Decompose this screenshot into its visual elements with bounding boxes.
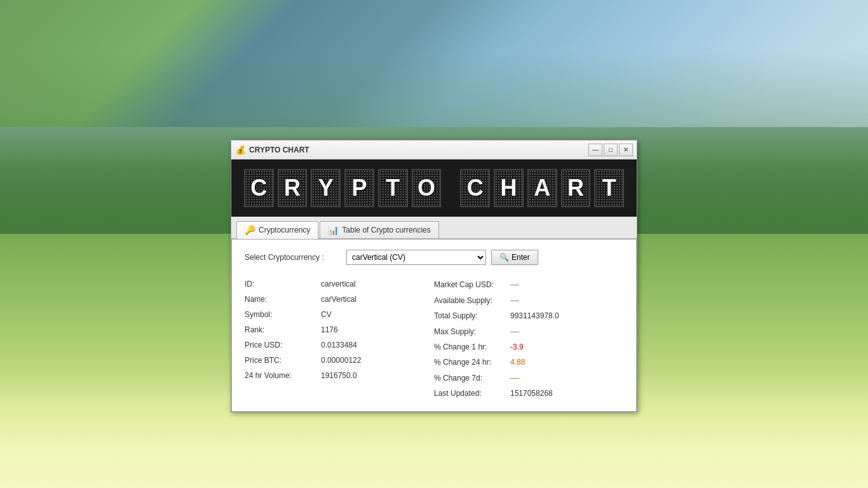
field-market-cap-key: Market Cap USD: [434, 280, 510, 289]
letter-a: A [527, 169, 557, 207]
field-change-24hr: % Change 24 hr: 4.88 [434, 355, 623, 370]
field-symbol-val: CV [321, 310, 332, 319]
field-24hr-volume: 24 hr Volume: 1916750.0 [245, 368, 434, 383]
letter-r2: R [561, 169, 591, 207]
select-wrapper: carVertical (CV) 🔍 Enter [346, 250, 538, 265]
field-change-7d-key: % Change 7d: [434, 374, 510, 383]
enter-icon: 🔍 [499, 253, 509, 262]
field-name: Name: carVertical [245, 292, 434, 307]
field-24hr-volume-val: 1916750.0 [321, 371, 357, 380]
field-available-supply-key: Available Supply: [434, 296, 510, 305]
field-change-1hr-key: % Change 1 hr: [434, 342, 510, 351]
field-change-1hr: % Change 1 hr: -3.9 [434, 339, 623, 355]
minimize-button[interactable]: — [588, 144, 602, 156]
field-price-btc-key: Price BTC: [245, 356, 321, 365]
field-price-usd-val: 0.0133484 [321, 341, 357, 349]
field-available-supply-val: — [510, 295, 519, 304]
letter-t: T [378, 169, 408, 207]
window-title: CRYPTO CHART [249, 146, 588, 154]
letter-o: O [412, 169, 442, 207]
field-id-key: ID: [245, 280, 321, 288]
select-label: Select Cryptocurrency : [245, 253, 346, 262]
letter-r: R [278, 169, 308, 207]
window-controls: — □ ✕ [588, 144, 633, 156]
field-last-updated-key: Last Updated: [434, 389, 510, 398]
letter-c2: C [460, 169, 490, 207]
field-name-val: carVertical [321, 295, 356, 304]
letter-c1: C [244, 169, 274, 207]
field-change-7d: % Change 7d: — [434, 370, 623, 386]
field-rank-val: 1176 [321, 325, 338, 334]
field-max-supply-val: — [510, 327, 519, 336]
tab-cryptocurrency[interactable]: 🔑 Cryptocurrency [236, 221, 318, 239]
field-market-cap: Market Cap USD: — [434, 276, 623, 292]
field-last-updated: Last Updated: 1517058268 [434, 386, 623, 401]
field-change-7d-val: — [510, 373, 519, 382]
left-column: ID: carvertical Name: carVertical Symbol… [245, 276, 434, 401]
tab-cryptocurrency-label: Cryptocurrency [259, 226, 310, 234]
field-symbol: Symbol: CV [245, 307, 434, 322]
letter-y: Y [311, 169, 341, 207]
field-market-cap-val: — [510, 280, 519, 288]
tab-cryptocurrency-icon: 🔑 [245, 225, 255, 235]
letter-h: H [494, 169, 524, 207]
field-price-btc: Price BTC: 0.00000122 [245, 353, 434, 368]
field-rank-key: Rank: [245, 325, 321, 334]
field-24hr-volume-key: 24 hr Volume: [245, 371, 321, 380]
app-icon: 💰 [235, 145, 245, 155]
letter-gap [445, 169, 456, 207]
enter-button[interactable]: 🔍 Enter [491, 250, 538, 265]
field-total-supply: Total Supply: 9931143978.0 [434, 308, 623, 323]
field-total-supply-key: Total Supply: [434, 311, 510, 320]
app-header: C R Y P T O C H A R T [231, 159, 637, 217]
tab-table-label: Table of Crypto currencies [342, 226, 430, 234]
field-price-btc-val: 0.00000122 [321, 356, 361, 365]
field-total-supply-val: 9931143978.0 [510, 311, 559, 320]
field-rank: Rank: 1176 [245, 322, 434, 337]
field-change-24hr-val: 4.88 [510, 358, 525, 367]
close-button[interactable]: ✕ [619, 144, 633, 156]
select-row: Select Cryptocurrency : carVertical (CV)… [245, 250, 623, 265]
field-price-usd: Price USD: 0.0133484 [245, 337, 434, 353]
field-last-updated-val: 1517058268 [510, 389, 553, 398]
title-bar: 💰 CRYPTO CHART — □ ✕ [231, 140, 637, 159]
tab-table[interactable]: 📊 Table of Crypto currencies [320, 221, 438, 238]
field-name-key: Name: [245, 295, 321, 304]
letter-t2: T [594, 169, 624, 207]
field-id-val: carvertical [321, 280, 356, 288]
content-area: Select Cryptocurrency : carVertical (CV)… [231, 239, 637, 412]
field-max-supply-key: Max Supply: [434, 327, 510, 336]
field-symbol-key: Symbol: [245, 310, 321, 319]
field-change-24hr-key: % Change 24 hr: [434, 358, 510, 367]
cryptocurrency-select[interactable]: carVertical (CV) [346, 250, 486, 265]
right-column: Market Cap USD: — Available Supply: — To… [434, 276, 623, 401]
tab-table-icon: 📊 [328, 225, 339, 235]
field-change-1hr-val: -3.9 [510, 342, 524, 351]
field-price-usd-key: Price USD: [245, 341, 321, 349]
tabs-bar: 🔑 Cryptocurrency 📊 Table of Crypto curre… [231, 217, 637, 239]
field-available-supply: Available Supply: — [434, 292, 623, 308]
maximize-button[interactable]: □ [604, 144, 618, 156]
enter-label: Enter [512, 253, 530, 262]
field-id: ID: carvertical [245, 276, 434, 292]
field-max-supply: Max Supply: — [434, 323, 623, 339]
data-grid: ID: carvertical Name: carVertical Symbol… [245, 276, 623, 401]
letter-p: P [344, 169, 374, 207]
app-window: 💰 CRYPTO CHART — □ ✕ C R Y P T O C H A R… [231, 140, 637, 412]
